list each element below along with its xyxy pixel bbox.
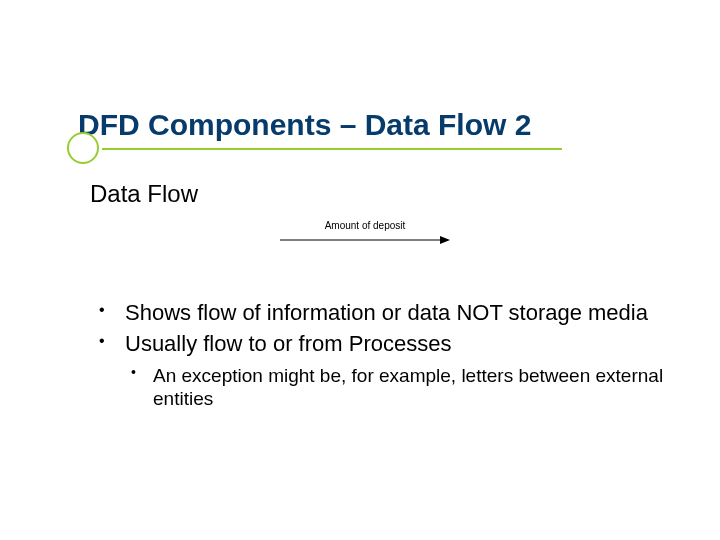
svg-marker-1 bbox=[440, 236, 450, 244]
arrow-label: Amount of deposit bbox=[280, 220, 450, 231]
data-flow-arrow: Amount of deposit bbox=[280, 220, 450, 248]
accent-divider bbox=[102, 148, 562, 150]
list-sub-item: An exception might be, for example, lett… bbox=[95, 364, 680, 412]
accent-ring-icon bbox=[67, 132, 99, 164]
slide: DFD Components – Data Flow 2 Data Flow A… bbox=[0, 0, 720, 540]
list-item: Shows flow of information or data NOT st… bbox=[95, 300, 680, 327]
slide-title: DFD Components – Data Flow 2 bbox=[78, 108, 531, 142]
bullet-list: Shows flow of information or data NOT st… bbox=[95, 300, 680, 411]
arrow-icon bbox=[280, 234, 450, 246]
section-heading: Data Flow bbox=[90, 180, 198, 208]
list-item: Usually flow to or from Processes bbox=[95, 331, 680, 358]
